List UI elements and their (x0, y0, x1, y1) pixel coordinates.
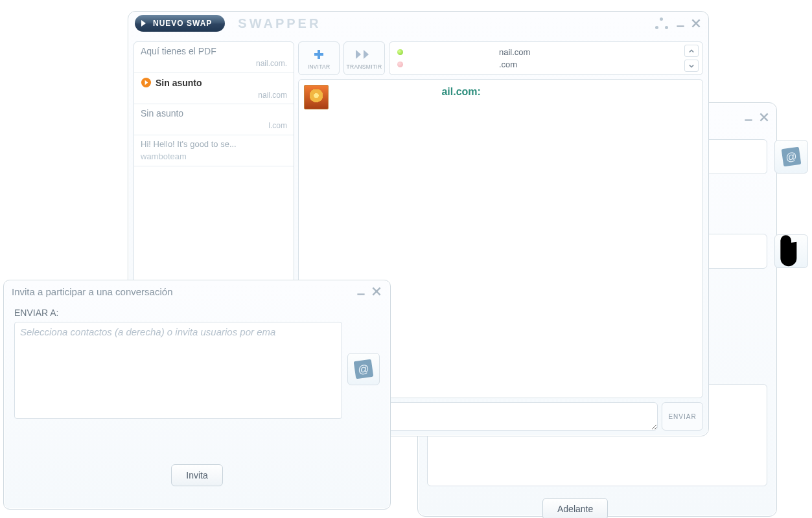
chat-header-email: ail.com: (441, 86, 480, 98)
main-title-bar: NUEVO SWAP SWAPPER (128, 12, 708, 35)
nuevo-swap-button[interactable]: NUEVO SWAP (135, 15, 225, 32)
minimize-icon[interactable] (355, 286, 367, 297)
list-item[interactable]: Aquí tienes el PDF nail.com. (134, 42, 294, 73)
message-subject: Sin asunto (156, 78, 202, 88)
button-label: INVITAR (307, 63, 330, 70)
invite-contacts-button[interactable]: @ (347, 353, 380, 385)
list-item[interactable]: Sin asunto l.com (134, 104, 294, 135)
double-arrow-icon (354, 47, 374, 62)
svg-text:@: @ (785, 150, 798, 164)
logo-icon (655, 17, 668, 29)
presence-offline-icon (397, 62, 403, 67)
app-title: SWAPPER (238, 16, 321, 31)
invita-button[interactable]: Invita (171, 464, 222, 486)
contact-email: nail.com (499, 47, 530, 57)
message-from: nail.com. (141, 59, 287, 68)
message-from: l.com (141, 121, 287, 130)
message-subject: Aquí tienes el PDF (141, 46, 287, 56)
contacts-at-button[interactable]: @ (774, 140, 808, 174)
message-from: nail.com (141, 91, 287, 100)
button-label: TRANSMITIR (347, 63, 382, 70)
close-icon[interactable] (690, 18, 702, 28)
contact-row[interactable]: .com (393, 60, 680, 69)
at-stamp-icon: @ (353, 358, 375, 380)
contact-email: .com (499, 60, 517, 69)
list-item[interactable]: Hi! Hello! It's good to se... wamboteam (134, 135, 294, 166)
invitar-button[interactable]: INVITAR (298, 41, 340, 75)
arrow-circle-icon (141, 77, 152, 88)
avatar (304, 85, 329, 109)
toolbar: INVITAR TRANSMITIR nail.com .com (298, 41, 703, 75)
plus-icon (312, 47, 325, 62)
enviar-a-label: ENVIAR A: (14, 308, 380, 318)
close-icon[interactable] (371, 286, 382, 297)
scroll-down-button[interactable] (684, 60, 699, 72)
minimize-icon[interactable] (743, 112, 754, 122)
contact-bar: nail.com .com (389, 41, 703, 75)
minimize-icon[interactable] (675, 18, 686, 28)
scroll-up-button[interactable] (684, 45, 699, 57)
list-item[interactable]: Sin asunto nail.com (134, 73, 294, 104)
contact-row[interactable]: nail.com (393, 47, 680, 57)
send-button[interactable]: ENVIAR (662, 402, 703, 431)
paperclip-icon (775, 231, 807, 272)
attach-button[interactable] (774, 234, 808, 268)
svg-text:@: @ (357, 363, 370, 376)
message-subject: Hi! Hello! It's good to se... (141, 139, 287, 149)
at-stamp-icon: @ (780, 146, 802, 168)
close-icon[interactable] (758, 112, 770, 122)
adelante-button[interactable]: Adelante (542, 498, 608, 518)
invite-recipients-input[interactable] (14, 322, 342, 419)
presence-online-icon (397, 49, 403, 55)
dialog-title: Invita a participar a una conversación (12, 286, 172, 297)
message-author: wamboteam (141, 152, 287, 161)
transmitir-button[interactable]: TRANSMITIR (343, 41, 385, 75)
invite-dialog: Invita a participar a una conversación E… (3, 280, 391, 510)
message-subject: Sin asunto (141, 108, 287, 118)
